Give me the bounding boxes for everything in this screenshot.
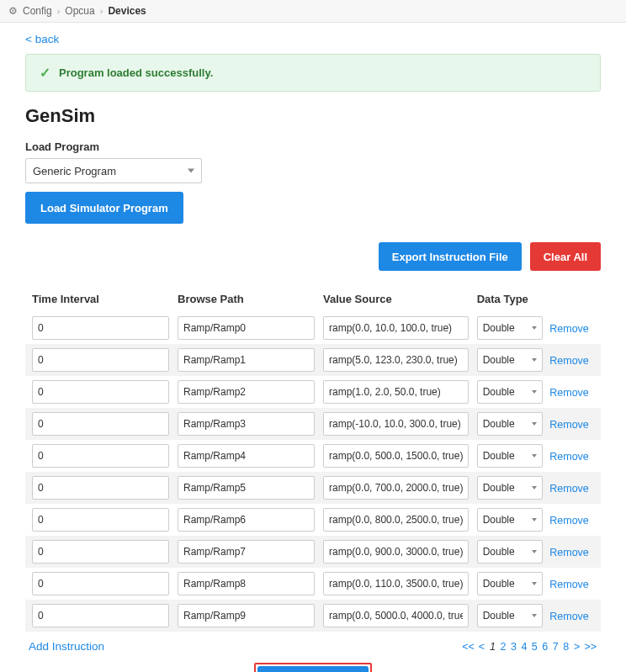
clear-all-button[interactable]: Clear All: [530, 242, 601, 271]
data-type-select[interactable]: Double: [477, 444, 544, 468]
load-program-select[interactable]: Generic Program: [25, 158, 202, 183]
time-interval-input[interactable]: [32, 508, 169, 532]
time-interval-input[interactable]: [32, 348, 169, 372]
chevron-down-icon: [532, 486, 537, 489]
time-interval-input[interactable]: [32, 540, 169, 564]
remove-link[interactable]: Remove: [549, 547, 589, 558]
value-source-input[interactable]: [323, 540, 469, 564]
browse-path-input[interactable]: [178, 572, 315, 595]
browse-path-input[interactable]: [178, 380, 315, 404]
save-highlight: Save Program: [254, 663, 371, 672]
data-type-select[interactable]: Double: [477, 540, 544, 564]
chevron-down-icon: [188, 169, 194, 173]
table-row: DoubleRemove: [25, 472, 601, 504]
data-type-select[interactable]: Double: [477, 348, 544, 372]
header-browse-path: Browse Path: [178, 293, 323, 305]
pager-page[interactable]: 8: [562, 641, 570, 653]
chevron-right-icon: ›: [100, 6, 103, 16]
value-source-input[interactable]: [323, 316, 469, 340]
check-icon: ✓: [40, 65, 50, 81]
value-source-input[interactable]: [323, 508, 469, 532]
time-interval-input[interactable]: [32, 412, 169, 436]
pager-prev[interactable]: <: [478, 641, 485, 653]
data-type-select[interactable]: Double: [477, 380, 544, 404]
time-interval-input[interactable]: [32, 316, 169, 340]
back-link[interactable]: < back: [25, 33, 59, 45]
value-source-input[interactable]: [323, 348, 469, 372]
remove-link[interactable]: Remove: [549, 579, 589, 590]
chevron-down-icon: [532, 326, 537, 330]
pager-page: 1: [489, 641, 496, 653]
value-source-input[interactable]: [323, 604, 469, 627]
browse-path-input[interactable]: [178, 444, 315, 468]
pager-page[interactable]: 6: [541, 641, 549, 653]
pager-page[interactable]: 7: [552, 641, 560, 653]
breadcrumb: ⚙ Config › Opcua › Devices: [0, 0, 626, 23]
value-source-input[interactable]: [323, 380, 469, 404]
chevron-down-icon: [532, 582, 537, 585]
time-interval-input[interactable]: [32, 476, 169, 500]
table-row: DoubleRemove: [25, 344, 601, 376]
breadcrumb-item[interactable]: Config: [23, 5, 52, 17]
pager-page[interactable]: 4: [520, 641, 528, 653]
table-row: DoubleRemove: [25, 504, 601, 536]
data-type-select[interactable]: Double: [477, 412, 544, 436]
time-interval-input[interactable]: [32, 444, 169, 468]
chevron-down-icon: [532, 422, 537, 426]
remove-link[interactable]: Remove: [549, 387, 589, 399]
remove-link[interactable]: Remove: [549, 419, 589, 431]
remove-link[interactable]: Remove: [549, 355, 589, 367]
chevron-right-icon: ›: [57, 6, 61, 16]
chevron-down-icon: [532, 454, 537, 458]
browse-path-input[interactable]: [178, 412, 315, 436]
export-instruction-button[interactable]: Export Instruction File: [379, 242, 522, 271]
save-program-button[interactable]: Save Program: [257, 666, 368, 672]
table-row: DoubleRemove: [25, 440, 601, 472]
chevron-down-icon: [532, 358, 537, 362]
browse-path-input[interactable]: [178, 476, 315, 500]
gear-icon: ⚙: [8, 5, 18, 17]
table-row: DoubleRemove: [25, 312, 601, 344]
add-instruction-link[interactable]: Add Instruction: [29, 640, 104, 653]
data-type-select[interactable]: Double: [477, 508, 544, 532]
table-row: DoubleRemove: [25, 600, 601, 632]
browse-path-input[interactable]: [178, 316, 315, 340]
remove-link[interactable]: Remove: [549, 515, 589, 526]
browse-path-input[interactable]: [178, 540, 315, 564]
page-title: GenSim: [25, 105, 601, 127]
breadcrumb-item[interactable]: Opcua: [65, 5, 94, 17]
remove-link[interactable]: Remove: [549, 323, 589, 335]
data-type-select[interactable]: Double: [477, 572, 544, 595]
pager-page[interactable]: 3: [510, 641, 517, 653]
remove-link[interactable]: Remove: [549, 611, 589, 622]
browse-path-input[interactable]: [178, 604, 315, 627]
pager-last[interactable]: >>: [583, 641, 597, 653]
header-value-source: Value Source: [323, 293, 477, 305]
pager-first[interactable]: <<: [461, 641, 475, 653]
browse-path-input[interactable]: [178, 348, 315, 372]
pager-page[interactable]: 2: [500, 641, 507, 653]
time-interval-input[interactable]: [32, 572, 169, 595]
chevron-down-icon: [532, 390, 537, 394]
remove-link[interactable]: Remove: [549, 451, 589, 463]
chevron-down-icon: [532, 518, 537, 521]
table-row: DoubleRemove: [25, 536, 601, 568]
value-source-input[interactable]: [323, 476, 469, 500]
pager-next[interactable]: >: [573, 641, 581, 653]
remove-link[interactable]: Remove: [549, 483, 589, 495]
data-type-select[interactable]: Double: [477, 316, 544, 340]
value-source-input[interactable]: [323, 444, 469, 468]
alert-message: Program loaded successfully.: [59, 66, 213, 79]
data-type-select[interactable]: Double: [477, 604, 544, 627]
value-source-input[interactable]: [323, 572, 469, 595]
grid-header: Time Interval Browse Path Value Source D…: [25, 286, 601, 312]
time-interval-input[interactable]: [32, 604, 169, 627]
load-program-selected: Generic Program: [33, 165, 116, 177]
browse-path-input[interactable]: [178, 508, 315, 532]
data-type-select[interactable]: Double: [477, 476, 544, 500]
value-source-input[interactable]: [323, 412, 469, 436]
header-data-type: Data Type: [477, 293, 550, 305]
load-simulator-button[interactable]: Load Simulator Program: [25, 192, 183, 224]
time-interval-input[interactable]: [32, 380, 169, 404]
pager-page[interactable]: 5: [531, 641, 538, 653]
